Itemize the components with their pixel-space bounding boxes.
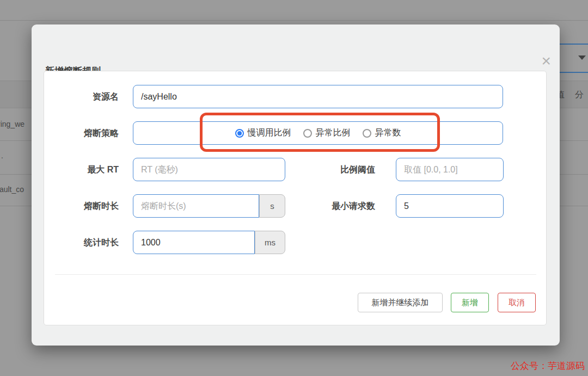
max-rt-label: 最大 RT (44, 158, 119, 181)
radio-unselected-icon[interactable] (303, 129, 312, 138)
stat-interval-label: 统计时长 (44, 231, 119, 254)
resource-input[interactable] (133, 85, 503, 108)
radio-slow-call-ratio[interactable]: 慢调用比例 (235, 127, 291, 139)
radio-label: 慢调用比例 (248, 127, 291, 139)
background-divider (0, 20, 588, 21)
add-and-continue-button[interactable]: 新增并继续添加 (358, 293, 443, 312)
add-button[interactable]: 新增 (451, 293, 489, 312)
page: ring_we . fault_co 值 分 新增熔断规则 × 资源名 熔断策略… (0, 0, 588, 376)
background-cell-fragment: fault_co (0, 185, 24, 194)
radio-selected-icon[interactable] (235, 129, 244, 138)
rule-form-panel: 资源名 熔断策略 慢调用比例 异常比例 异常数 最大 RT (44, 71, 547, 325)
max-rt-input[interactable] (133, 158, 285, 181)
recovery-timeout-label: 熔断时长 (44, 194, 119, 218)
resource-label: 资源名 (44, 85, 119, 108)
min-request-input[interactable] (396, 194, 504, 218)
radio-exception-ratio[interactable]: 异常比例 (303, 127, 351, 139)
milliseconds-unit-addon: ms (255, 231, 285, 254)
radio-unselected-icon[interactable] (363, 129, 371, 138)
cancel-button[interactable]: 取消 (498, 293, 536, 312)
radio-exception-count[interactable]: 异常数 (363, 127, 401, 139)
ratio-threshold-label: 比例阈值 (305, 158, 375, 181)
min-request-label: 最小请求数 (305, 194, 375, 218)
chevron-down-icon (578, 56, 586, 60)
seconds-unit-addon: s (259, 194, 285, 218)
radio-label: 异常数 (375, 127, 401, 139)
stat-interval-input[interactable] (133, 231, 255, 254)
radio-label: 异常比例 (316, 127, 351, 139)
background-cell-fragment: ring_we (0, 120, 24, 128)
footer-divider (55, 274, 536, 275)
add-degrade-rule-modal: 新增熔断规则 × 资源名 熔断策略 慢调用比例 异常比例 异常数 (32, 24, 560, 346)
background-cell-fragment: . (1, 151, 3, 160)
watermark-text: 公众号：芋道源码 (511, 360, 585, 372)
recovery-timeout-input[interactable] (133, 194, 259, 218)
strategy-radio-group: 慢调用比例 异常比例 异常数 (133, 121, 503, 145)
ratio-threshold-input[interactable] (396, 158, 504, 181)
close-icon[interactable]: × (541, 53, 551, 69)
strategy-label: 熔断策略 (44, 121, 119, 145)
background-header-fragment: 分 (575, 89, 584, 101)
